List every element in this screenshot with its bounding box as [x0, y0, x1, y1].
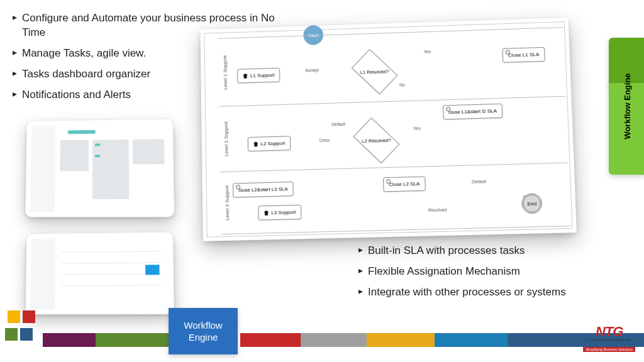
bullet-text: Tasks dashboard organizer	[22, 67, 150, 82]
side-tab-workflow-engine: Workflow Engine	[609, 38, 644, 175]
logo-subtitle: CLARITY NETWORKS INC.	[583, 338, 635, 342]
edge-label: Default	[331, 122, 345, 127]
title-card-workflow-engine: Workflow Engine	[169, 308, 238, 354]
edge-label: No	[399, 82, 405, 87]
decorative-color-bar	[43, 333, 644, 347]
user-icon	[243, 74, 248, 79]
bullet-item: Integrate with other processes or system…	[358, 285, 610, 300]
lane-label: Level 3 Support	[224, 185, 230, 221]
user-icon	[253, 141, 258, 146]
workflow-task-close-l1: Close L1 SLA	[502, 47, 545, 63]
edge-label: Yes	[413, 126, 421, 130]
workflow-task-close-l1-start-l2: close L1&start l2 SLA	[443, 104, 503, 120]
edge-label: Resolved	[428, 207, 447, 212]
workflow-task-l2-support: L2 Support	[248, 136, 291, 151]
edge-label: Default	[472, 179, 486, 184]
workflow-task-close-l2: Close L2 SLA	[383, 177, 426, 192]
bullet-item: Flexible Assignation Mechanism	[358, 265, 610, 279]
lane-label: Level 1 Support	[222, 55, 228, 89]
lane-label: Level 2 Support	[223, 121, 229, 156]
bullet-text: Manage Tasks, agile view.	[22, 47, 146, 61]
logo-tagline: Simplifying Business Solutions	[583, 347, 635, 352]
feature-list-bottom: Built-in SLA with processes tasks Flexib…	[358, 244, 610, 306]
ntg-logo: NTG CLARITY NETWORKS INC. Simplifying Bu…	[583, 324, 635, 353]
edge-label: Yes	[423, 50, 431, 54]
user-icon	[264, 211, 269, 216]
bullet-text: Built-in SLA with processes tasks	[368, 244, 525, 258]
gear-icon	[446, 107, 450, 111]
workflow-gateway-l1-resolved: L1 Resolved?	[352, 49, 397, 94]
edge-label: Once	[319, 138, 330, 142]
side-tab-label: Workflow Engine	[623, 73, 632, 139]
workflow-gateway-l2-resolved: L2 Resolved?	[353, 118, 400, 163]
screenshot-thumbnail-calendar	[25, 232, 174, 314]
screenshot-thumbnail-tasks	[25, 119, 174, 217]
title-card-text: Workflow Engine	[169, 319, 238, 344]
workflow-task-l1-support: L1 Support	[237, 68, 280, 84]
bullet-text: Integrate with other processes or system…	[368, 285, 566, 300]
workflow-task-close-l2-start-l3: close L2&start L3 SLA	[233, 182, 294, 197]
workflow-task-l3-support: L3 Support	[258, 205, 301, 221]
bullet-item: Built-in SLA with processes tasks	[358, 244, 610, 258]
edge-label: Accept	[305, 68, 318, 73]
bullet-text: Notifications and Alerts	[22, 88, 131, 102]
workflow-diagram: Start Level 1 Support L1 Support L1 Reso…	[200, 18, 576, 241]
bullet-text: Flexible Assignation Mechanism	[368, 265, 520, 279]
square-logo-icon	[5, 310, 35, 341]
